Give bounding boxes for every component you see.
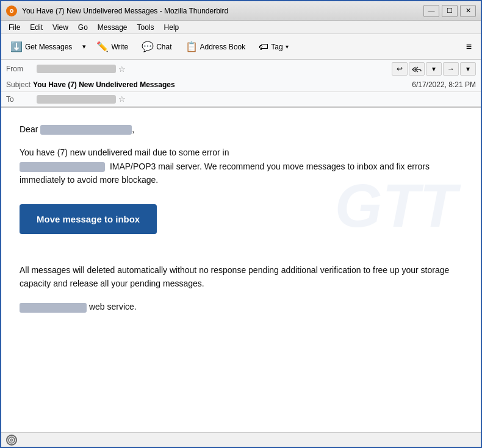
- title-bar: You Have (7) New Undelivered Messages - …: [1, 1, 481, 21]
- to-star-icon[interactable]: ☆: [118, 94, 126, 104]
- tag-icon: 🏷: [259, 41, 268, 52]
- subject-label: Subject: [6, 80, 31, 89]
- message-body: Dear , You have (7) new undelivered mail…: [20, 123, 462, 314]
- menu-help[interactable]: Help: [159, 22, 184, 33]
- status-bar: [1, 432, 481, 447]
- header-top-row: From ☆ ↩ ▾ → ▾: [1, 60, 481, 78]
- from-label: From: [6, 65, 37, 73]
- write-icon: ✏️: [96, 41, 109, 52]
- footer-text: web service.: [89, 302, 137, 311]
- get-messages-icon: ⬇️: [10, 41, 23, 52]
- to-value-blurred: [37, 95, 116, 104]
- get-messages-button[interactable]: ⬇️ Get Messages: [5, 37, 77, 57]
- greeting-text: Dear: [20, 124, 38, 134]
- chat-icon: 💬: [142, 41, 154, 52]
- menu-message[interactable]: Message: [93, 22, 132, 33]
- menu-view[interactable]: View: [48, 22, 73, 33]
- menu-file[interactable]: File: [4, 22, 25, 33]
- main-window: You Have (7) New Undelivered Messages - …: [0, 0, 482, 448]
- window-controls: — ☐ ✕: [423, 5, 476, 17]
- reply-button[interactable]: ↩: [392, 62, 408, 76]
- svg-point-5: [11, 439, 12, 441]
- subject-value: You Have (7) New Undelivered Messages: [33, 80, 412, 89]
- address-book-label: Address Book: [200, 43, 246, 51]
- tag-button[interactable]: 🏷 Tag ▾: [253, 37, 293, 57]
- connection-status-icon: [6, 435, 17, 446]
- tag-label: Tag: [271, 43, 282, 51]
- app-icon: [6, 5, 17, 16]
- toolbar-right: ≡: [461, 38, 477, 55]
- footer-paragraph: web service.: [20, 300, 462, 313]
- address-book-button[interactable]: 📋 Address Book: [180, 37, 251, 57]
- chat-label: Chat: [156, 43, 171, 51]
- para1-text: You have (7) new undelivered mail due to…: [20, 148, 229, 157]
- move-message-to-inbox-button[interactable]: Move message to inbox: [20, 204, 157, 234]
- body-paragraph-2: All messages will deleted automatically …: [20, 263, 462, 291]
- message-header: From ☆ ↩ ▾ → ▾ Subject You Have (7): [1, 60, 481, 108]
- tag-dropdown-icon: ▾: [286, 43, 289, 50]
- server-name-blurred: [20, 162, 105, 172]
- address-book-icon: 📋: [185, 41, 198, 52]
- from-section: From ☆: [1, 63, 392, 76]
- close-button[interactable]: ✕: [460, 5, 476, 17]
- menu-tools[interactable]: Tools: [132, 22, 159, 33]
- navigation-buttons: ↩ ▾ → ▾: [392, 60, 481, 78]
- chat-button[interactable]: 💬 Chat: [136, 37, 177, 57]
- svg-point-2: [11, 10, 13, 12]
- message-date: 6/17/2022, 8:21 PM: [412, 80, 476, 89]
- forward-button[interactable]: →: [443, 62, 459, 76]
- write-button[interactable]: ✏️ Write: [91, 37, 134, 57]
- to-label: To: [6, 95, 37, 104]
- menu-go[interactable]: Go: [73, 22, 93, 33]
- footer-domain-blurred: [20, 303, 87, 313]
- get-messages-dropdown[interactable]: ▾: [80, 40, 88, 54]
- window-title: You Have (7) New Undelivered Messages - …: [22, 7, 423, 15]
- menu-edit[interactable]: Edit: [25, 22, 48, 33]
- get-messages-label: Get Messages: [25, 43, 72, 51]
- hamburger-menu-button[interactable]: ≡: [461, 38, 477, 55]
- message-content: GTT Dear , You have (7) new undelivered …: [1, 108, 481, 432]
- reply-all-button[interactable]: [409, 62, 425, 76]
- cta-section: Move message to inbox: [20, 197, 462, 249]
- maximize-button[interactable]: ☐: [442, 5, 458, 17]
- from-value-blurred: [37, 65, 116, 73]
- write-label: Write: [111, 43, 128, 51]
- subject-row: Subject You Have (7) New Undelivered Mes…: [1, 78, 481, 92]
- greeting-paragraph: Dear ,: [20, 123, 462, 136]
- body-paragraph-1: You have (7) new undelivered mail due to…: [20, 146, 462, 187]
- to-row: To ☆: [1, 92, 481, 107]
- more-actions-button[interactable]: ▾: [426, 62, 442, 76]
- minimize-button[interactable]: —: [423, 5, 439, 17]
- menu-bar: File Edit View Go Message Tools Help: [1, 21, 481, 34]
- toolbar: ⬇️ Get Messages ▾ ✏️ Write 💬 Chat 📋 Addr…: [1, 34, 481, 60]
- nav-more-button[interactable]: ▾: [460, 62, 476, 76]
- from-star-icon[interactable]: ☆: [118, 65, 126, 74]
- recipient-name-blurred: [40, 125, 132, 135]
